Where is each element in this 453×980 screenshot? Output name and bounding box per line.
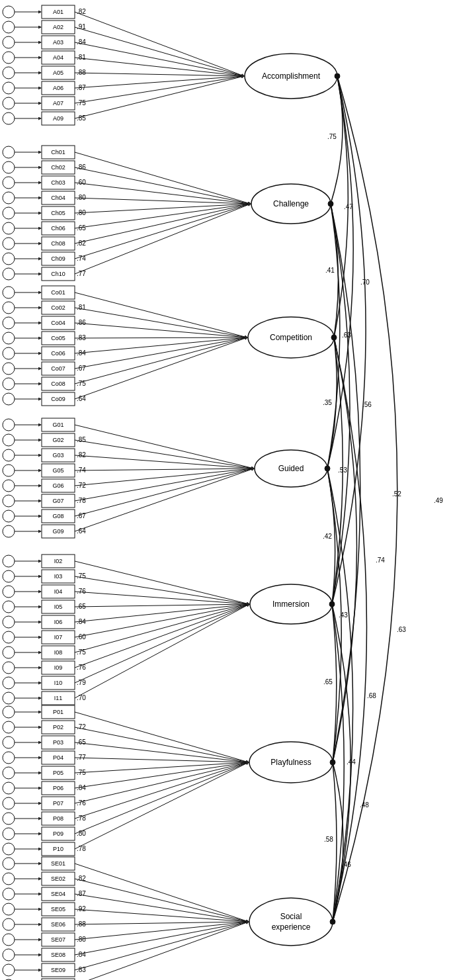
svg-text:.46: .46 (342, 861, 351, 868)
svg-point-163 (3, 419, 15, 431)
svg-point-292 (3, 767, 15, 779)
svg-point-92 (3, 222, 15, 234)
svg-text:G02: G02 (52, 437, 63, 443)
svg-line-132 (75, 323, 247, 337)
svg-point-121 (3, 302, 15, 314)
svg-point-74 (3, 177, 15, 189)
svg-text:.85: .85 (77, 114, 86, 122)
svg-text:A09: A09 (53, 115, 63, 122)
svg-point-204 (3, 525, 15, 537)
svg-text:G07: G07 (52, 498, 63, 504)
svg-line-150 (75, 337, 247, 369)
svg-point-168 (3, 434, 15, 446)
svg-line-256 (75, 604, 249, 668)
svg-text:Guided: Guided (278, 464, 304, 473)
svg-text:Social: Social (280, 912, 302, 921)
svg-line-56 (75, 76, 244, 103)
svg-point-345 (3, 903, 15, 915)
svg-text:.35: .35 (323, 399, 332, 406)
svg-text:Ch08: Ch08 (51, 240, 65, 247)
svg-text:Challenge: Challenge (273, 199, 309, 208)
svg-point-21 (3, 21, 15, 33)
svg-text:SE06: SE06 (51, 921, 65, 928)
svg-text:I11: I11 (54, 695, 63, 701)
svg-line-262 (75, 604, 249, 683)
svg-point-33 (3, 52, 15, 64)
svg-text:SE07: SE07 (51, 936, 65, 943)
svg-text:.63: .63 (342, 332, 351, 339)
svg-text:.58: .58 (324, 836, 333, 843)
svg-text:.43: .43 (339, 611, 348, 619)
svg-line-344 (75, 894, 249, 922)
svg-text:.41: .41 (325, 267, 335, 274)
svg-line-32 (75, 42, 244, 76)
svg-text:P05: P05 (53, 770, 63, 776)
svg-point-245 (3, 646, 15, 658)
svg-point-257 (3, 677, 15, 689)
svg-text:.48: .48 (360, 801, 369, 809)
svg-point-210 (3, 555, 15, 567)
svg-text:.64: .64 (77, 395, 86, 402)
svg-text:SE05: SE05 (51, 906, 65, 913)
svg-line-368 (75, 922, 249, 955)
svg-point-310 (3, 813, 15, 824)
svg-text:SE02: SE02 (51, 875, 65, 882)
svg-line-97 (75, 204, 251, 228)
svg-text:.88: .88 (77, 69, 86, 76)
svg-text:.53: .53 (338, 467, 347, 474)
svg-point-351 (3, 918, 15, 930)
svg-text:.80: .80 (77, 194, 86, 201)
svg-text:Co09: Co09 (51, 396, 65, 402)
svg-point-145 (3, 363, 15, 375)
svg-point-110 (3, 268, 15, 280)
svg-line-332 (75, 864, 249, 922)
svg-point-12 (249, 898, 333, 946)
svg-text:A04: A04 (53, 54, 63, 61)
svg-point-86 (3, 207, 15, 219)
svg-text:.75: .75 (77, 572, 86, 580)
svg-text:Ch04: Ch04 (51, 195, 65, 201)
svg-line-144 (75, 337, 247, 353)
svg-line-209 (75, 468, 254, 531)
svg-point-127 (3, 317, 15, 329)
svg-text:P09: P09 (53, 830, 63, 837)
svg-text:A07: A07 (53, 100, 63, 107)
svg-line-173 (75, 440, 254, 468)
svg-line-315 (75, 762, 249, 819)
svg-text:.82: .82 (77, 240, 86, 247)
svg-text:Co01: Co01 (51, 289, 65, 296)
svg-text:Co06: Co06 (51, 350, 65, 357)
svg-text:G09: G09 (52, 528, 63, 535)
svg-line-250 (75, 604, 249, 652)
svg-text:P04: P04 (53, 754, 63, 761)
svg-text:I09: I09 (54, 664, 63, 671)
svg-text:A02: A02 (53, 24, 63, 30)
svg-point-298 (3, 782, 15, 794)
svg-point-263 (3, 692, 15, 704)
svg-line-203 (75, 468, 254, 516)
svg-text:Co08: Co08 (51, 380, 65, 387)
svg-line-162 (75, 337, 247, 399)
svg-text:I03: I03 (54, 573, 63, 580)
svg-line-321 (75, 762, 249, 834)
svg-point-215 (3, 570, 15, 582)
svg-line-220 (75, 576, 249, 604)
svg-text:Ch10: Ch10 (51, 271, 65, 277)
svg-line-273 (75, 712, 249, 762)
svg-line-185 (75, 468, 254, 470)
svg-line-374 (75, 922, 249, 970)
svg-text:I04: I04 (54, 588, 63, 595)
svg-point-369 (3, 964, 15, 976)
svg-line-26 (75, 27, 244, 76)
svg-point-133 (3, 332, 15, 344)
svg-point-221 (3, 586, 15, 598)
svg-text:G08: G08 (52, 513, 63, 519)
svg-point-116 (3, 287, 15, 298)
svg-text:A05: A05 (53, 69, 63, 76)
svg-line-244 (75, 604, 249, 637)
svg-text:I10: I10 (54, 680, 63, 686)
svg-point-198 (3, 510, 15, 522)
svg-text:I06: I06 (54, 619, 63, 625)
svg-text:I08: I08 (54, 649, 63, 656)
svg-text:.49: .49 (434, 497, 443, 504)
